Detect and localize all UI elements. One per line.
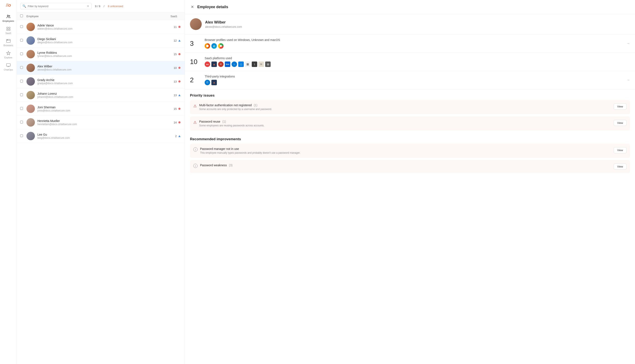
list-header: 🔍 ✕ 9 / 9 / 8 unlicensed bbox=[17, 0, 185, 12]
integrations-arrow: → bbox=[626, 78, 630, 82]
table-row[interactable]: Henrietta Mueller henriettam@docs.ctrlal… bbox=[17, 116, 185, 129]
employee-email: adelev@docs.ctrlaltsecure.com bbox=[37, 27, 165, 30]
warning-icon: ⚠ bbox=[193, 104, 197, 108]
password-reuse-view-button[interactable]: View bbox=[613, 120, 626, 126]
sidebar-item-label: Explore bbox=[5, 56, 12, 59]
issue-title: Password weakness (3) bbox=[200, 164, 611, 167]
integrations-stat[interactable]: 2 Third-party integrations © ▲ → bbox=[185, 71, 635, 89]
svg-rect-4 bbox=[7, 29, 8, 30]
employee-email: diegos@docs.ctrlaltsecure.com bbox=[37, 41, 165, 44]
password-weakness-view-button[interactable]: View bbox=[613, 164, 626, 170]
risk-indicator bbox=[178, 40, 180, 42]
issue-count: (1) bbox=[222, 120, 226, 123]
integrations-count: 2 bbox=[190, 76, 200, 84]
employee-info: Grady Archie gradya@docs.ctrlaltsecure.c… bbox=[37, 78, 165, 85]
priority-section-title: Priority issues bbox=[185, 89, 635, 100]
saas-icon-1: ●● bbox=[205, 62, 210, 67]
avatar bbox=[27, 50, 35, 58]
employee-saas: 13 bbox=[165, 94, 181, 97]
header-check[interactable] bbox=[20, 14, 27, 18]
clear-search-icon[interactable]: ✕ bbox=[87, 4, 89, 8]
chrome-icon bbox=[218, 43, 224, 49]
row-checkbox[interactable] bbox=[20, 39, 23, 42]
saas-count: 14 bbox=[174, 121, 177, 124]
search-box[interactable]: 🔍 ✕ bbox=[20, 3, 92, 9]
saas-icon-3: ✕ bbox=[218, 62, 224, 67]
employee-email: henriettam@docs.ctrlaltsecure.com bbox=[37, 123, 165, 126]
saas-count: 2 bbox=[175, 134, 177, 138]
browsers-icons: e bbox=[205, 43, 622, 49]
saas-stat[interactable]: 10 SaaS platforms used ●● ▲ ✕ box bbox=[185, 53, 635, 71]
table-row[interactable]: Lee Gu leeg@docs.ctrlaltsecure.com 2 bbox=[17, 129, 185, 143]
employee-info: Lee Gu leeg@docs.ctrlaltsecure.com bbox=[37, 133, 165, 140]
table-row[interactable]: Johann Lorenz johannl@docs.ctrlaltsecure… bbox=[17, 88, 185, 102]
app-logo: //o bbox=[6, 2, 11, 8]
issue-content: Password weakness (3) bbox=[200, 164, 611, 168]
row-checkbox[interactable] bbox=[20, 66, 23, 69]
password-manager-view-button[interactable]: View bbox=[613, 147, 626, 153]
risk-indicator bbox=[178, 108, 180, 110]
chatops-nav-icon bbox=[6, 63, 11, 68]
saas-count: 10 bbox=[190, 58, 200, 66]
avatar bbox=[27, 64, 35, 72]
browsers-count: 3 bbox=[190, 40, 200, 48]
employee-info: Adele Vance adelev@docs.ctrlaltsecure.co… bbox=[37, 24, 165, 30]
row-checkbox[interactable] bbox=[20, 107, 23, 110]
saas-count: 13 bbox=[174, 80, 177, 83]
sidebar-item-label: SaaS bbox=[6, 32, 11, 34]
employee-saas: 15 bbox=[165, 107, 181, 110]
sidebar-item-employees[interactable]: Employees bbox=[0, 12, 17, 24]
row-checkbox[interactable] bbox=[20, 134, 23, 137]
sidebar-item-browsers[interactable]: Browsers bbox=[0, 36, 17, 49]
mfa-view-button[interactable]: View bbox=[613, 104, 626, 110]
browsers-nav-icon bbox=[6, 39, 11, 43]
close-button[interactable]: ✕ bbox=[190, 4, 195, 10]
table-row[interactable]: Alex Wilber alexw@docs.ctrlaltsecure.com… bbox=[17, 61, 185, 75]
issue-content: Password manager not in use This employe… bbox=[200, 147, 611, 154]
row-checkbox[interactable] bbox=[20, 121, 23, 124]
sidebar-item-chatops[interactable]: ChatOps bbox=[0, 61, 17, 73]
saas-nav-icon bbox=[6, 26, 11, 31]
saas-icon-9: fill bbox=[258, 62, 264, 67]
avatar bbox=[27, 91, 35, 99]
svg-point-0 bbox=[7, 15, 9, 16]
password-reuse-card: ⚠ Password reuse (1) Some employees are … bbox=[190, 116, 630, 130]
info-icon: i bbox=[193, 147, 197, 152]
employee-email: johannl@docs.ctrlaltsecure.com bbox=[37, 96, 165, 98]
info-icon: i bbox=[193, 164, 197, 168]
table-row[interactable]: Diego Siciliani diegos@docs.ctrlaltsecur… bbox=[17, 34, 185, 48]
table-row[interactable]: Lynne Robbins lynner@docs.ctrlaltsecure.… bbox=[17, 48, 185, 61]
saas-count: 12 bbox=[174, 39, 177, 42]
table-row[interactable]: Adele Vance adelev@docs.ctrlaltsecure.co… bbox=[17, 20, 185, 34]
row-checkbox[interactable] bbox=[20, 25, 23, 28]
main-content: 🔍 ✕ 9 / 9 / 8 unlicensed Employee SaaS A… bbox=[17, 0, 635, 364]
browsers-arrow: → bbox=[626, 41, 630, 46]
row-checkbox[interactable] bbox=[20, 94, 23, 96]
sidebar-item-explore[interactable]: Explore bbox=[0, 49, 17, 61]
sidebar-item-label: ChatOps bbox=[4, 68, 13, 71]
explore-nav-icon bbox=[6, 51, 11, 56]
employee-info: Alex Wilber alexw@docs.ctrlaltsecure.com bbox=[37, 65, 165, 71]
employees-icon bbox=[6, 14, 11, 19]
issue-count: (3) bbox=[229, 164, 233, 167]
saas-label: SaaS platforms used bbox=[205, 56, 630, 60]
table-row[interactable]: Grady Archie gradya@docs.ctrlaltsecure.c… bbox=[17, 75, 185, 88]
saas-count: 10 bbox=[174, 66, 177, 70]
row-checkbox[interactable] bbox=[20, 80, 23, 82]
search-input[interactable] bbox=[28, 4, 85, 8]
table-row[interactable]: Joni Sherman jonis@docs.ctrlaltsecure.co… bbox=[17, 102, 185, 116]
issue-title: Multi-factor authentication not register… bbox=[199, 104, 611, 107]
avatar bbox=[27, 132, 35, 140]
saas-count: 13 bbox=[174, 94, 177, 97]
row-checkbox[interactable] bbox=[20, 52, 23, 55]
employee-saas: 10 bbox=[165, 66, 181, 70]
warning-icon: ⚠ bbox=[193, 120, 197, 125]
integrations-label: Third-party integrations bbox=[205, 75, 622, 78]
risk-indicator bbox=[178, 121, 180, 124]
browsers-stat[interactable]: 3 Browser profiles used on Windows, Unkn… bbox=[185, 34, 635, 53]
risk-indicator bbox=[178, 67, 180, 69]
select-all-checkbox[interactable] bbox=[20, 14, 23, 17]
sidebar-item-saas[interactable]: SaaS bbox=[0, 24, 17, 36]
employee-saas: 2 bbox=[165, 134, 181, 138]
profile-name: Alex Wilber bbox=[205, 20, 242, 24]
